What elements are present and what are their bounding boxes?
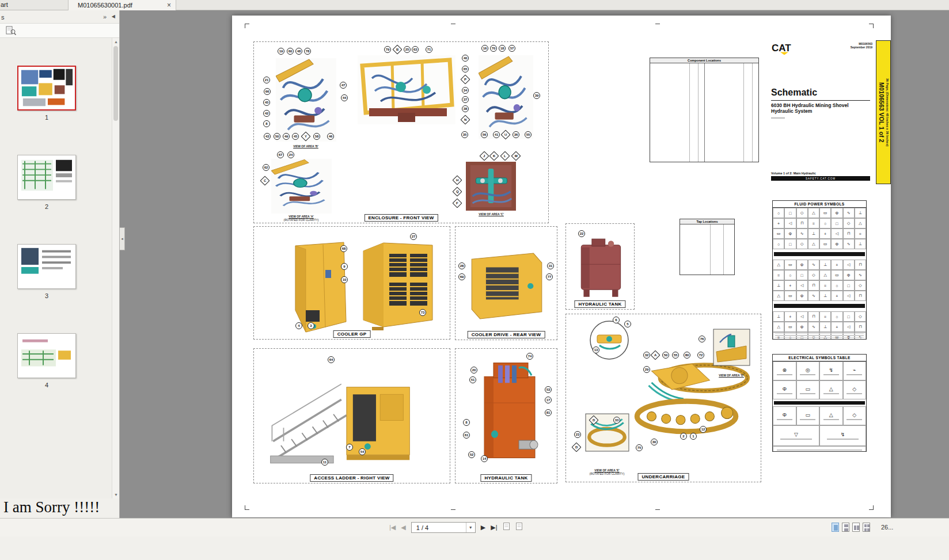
fluid-symbol-cell: ▭ <box>831 270 842 280</box>
page-thumbnail-4[interactable] <box>17 333 76 378</box>
callout-21: 21 <box>263 77 270 83</box>
callout-62: 62 <box>263 164 269 171</box>
callout-17: 17 <box>545 397 552 403</box>
callout-70: 70 <box>490 45 497 52</box>
facing-continuous-view-icon[interactable] <box>863 523 870 532</box>
continuous-view-icon[interactable] <box>842 523 849 532</box>
fluid-symbol-cell: Φ <box>831 208 842 218</box>
fluid-symbol-cell: ⊥ <box>773 280 784 291</box>
thumbnail-page-number-3[interactable]: 3 <box>17 292 76 299</box>
fluid-symbol-cell: □ <box>784 239 796 249</box>
fluid-symbol-cell: ◁ <box>796 311 808 322</box>
component-table-title: Component Locations <box>650 58 758 63</box>
callout-61: 61 <box>463 432 470 439</box>
fluid-symbol-cell: ∿ <box>796 228 808 239</box>
fluid-symbol-cell: ▭ <box>784 260 796 270</box>
callout-36: 36 <box>513 131 519 138</box>
facing-view-icon[interactable] <box>852 523 860 532</box>
fluid-symbol-cell: ○ <box>831 280 842 291</box>
tankMaroon-illustration <box>576 237 627 300</box>
fluid-symbols-grid: ○□◇△▭Φ∿⊥+◁⊓=○□◇△▭Φ∿⊥+◁⊓=○□◇△▭Φ∿⊥△▭Φ∿⊥+◁⊓… <box>773 208 866 340</box>
fluid-symbol-cell: = <box>773 270 784 280</box>
callout-7: 7 <box>346 444 353 451</box>
callout-55: 55 <box>672 352 679 359</box>
fluid-symbol-cell: ⊥ <box>819 260 831 270</box>
electrical-symbol-cell: ↯ <box>819 425 866 446</box>
expand-panel-icon[interactable]: » <box>103 13 107 20</box>
document-viewer[interactable]: CAT M0106563 September 2019 Schematic 60… <box>120 10 949 518</box>
fluid-symbol-cell: ◁ <box>796 280 808 291</box>
page-dropdown-icon[interactable]: ▼ <box>466 523 475 532</box>
callout-20: 20 <box>470 367 477 374</box>
fluid-symbol-cell: = <box>855 228 866 239</box>
thumbnail-sidebar: s » ◀ ▲ ▼ 1234 I am Sorry !!!!! <box>0 10 120 518</box>
document-tab-title: M01065630001.pdf <box>78 2 162 9</box>
zoom-level-label[interactable]: 26... <box>881 524 893 531</box>
tab-partial-left[interactable]: art <box>1 1 8 8</box>
fluid-symbol-cell: ○ <box>819 218 831 228</box>
electrical-symbols-grid: ⊗◎↯⌁Φ▭△◇Φ▭△◇▽↯ <box>773 361 866 452</box>
fluid-symbol-cell: ◇ <box>808 270 819 280</box>
callout-H: H <box>453 176 462 185</box>
collapse-panel-icon[interactable]: ◀ <box>112 14 115 19</box>
callout-25: 25 <box>404 46 411 53</box>
fluid-symbol-cell: ∿ <box>808 260 819 270</box>
callout-68: 68 <box>340 245 347 252</box>
callout-73: 73 <box>419 309 426 316</box>
callout-11: 11 <box>321 459 328 466</box>
fluid-symbol-cell: △ <box>808 208 819 218</box>
pdf-page: CAT M0106563 September 2019 Schematic 60… <box>232 16 891 517</box>
hoses-illustration <box>479 55 533 139</box>
callout-D: D <box>572 443 582 452</box>
single-page-view-icon[interactable] <box>832 523 839 532</box>
page-thumbnail-2[interactable] <box>17 155 76 200</box>
callout-40: 40 <box>462 55 469 62</box>
document-tab[interactable]: M01065630001.pdf × <box>68 0 176 10</box>
callout-69: 69 <box>458 273 465 280</box>
callout-76: 76 <box>699 336 705 342</box>
callout-8: 8 <box>463 419 470 426</box>
first-page-button[interactable]: |◀ <box>389 524 396 531</box>
scrollbar-thumb[interactable] <box>113 46 118 121</box>
fluid-symbol-cell: □ <box>796 270 808 280</box>
sidebar-splitter-handle[interactable]: ◂ <box>120 227 125 250</box>
thumbnail-page-number-2[interactable]: 2 <box>17 203 76 210</box>
callout-30: 30 <box>651 439 658 445</box>
scroll-up-icon[interactable]: ▲ <box>114 40 118 44</box>
fluid-symbol-cell: = <box>819 280 831 291</box>
next-page-button[interactable]: ▶ <box>481 524 485 531</box>
callout-J: J <box>480 151 489 161</box>
next-view-icon[interactable] <box>515 522 523 533</box>
page-thumbnail-1[interactable] <box>17 66 76 111</box>
callout-5: 5 <box>624 321 631 327</box>
panel-cooler-drive-rear-view: 28693177COOLER DRIVE - REAR VIEW <box>455 226 557 340</box>
previous-view-icon[interactable] <box>503 522 510 533</box>
prev-page-button[interactable]: ◀ <box>401 524 405 531</box>
callout-35: 35 <box>461 131 468 138</box>
crop-mark <box>451 505 455 510</box>
tab-close-icon[interactable]: × <box>167 2 171 9</box>
callout-46: 46 <box>327 133 334 140</box>
fluid-symbol-cell: △ <box>808 239 819 249</box>
fluid-symbol-cell: ⊥ <box>819 291 831 301</box>
thumbnail-options-icon[interactable] <box>6 26 16 37</box>
fluid-symbol-cell: + <box>819 228 831 239</box>
hoses-illustration <box>276 58 336 142</box>
thumbnail-page-number-1[interactable]: 1 <box>17 114 76 121</box>
title-rule <box>771 100 870 101</box>
page-number-field[interactable]: 1 / 4 ▼ <box>411 522 476 533</box>
fluid-symbol-cell: ∿ <box>843 208 855 218</box>
callout-60: 60 <box>287 48 294 55</box>
thumbnail-scrollbar[interactable]: ▲ ▼ <box>112 38 119 498</box>
scroll-down-icon[interactable]: ▼ <box>114 493 118 497</box>
last-page-button[interactable]: ▶| <box>491 524 497 531</box>
fluid-symbol-cell: Φ <box>843 270 855 280</box>
fluid-symbol-cell: + <box>784 280 796 291</box>
page-thumbnail-3[interactable] <box>17 244 76 289</box>
schematic-title: Schematic <box>771 87 817 98</box>
fluid-symbol-cell: ◁ <box>843 260 855 270</box>
thumbnail-page-number-4[interactable]: 4 <box>17 382 76 388</box>
callout-M: M <box>511 151 521 161</box>
callout-9: 9 <box>341 263 348 270</box>
callout-63: 63 <box>412 46 419 53</box>
